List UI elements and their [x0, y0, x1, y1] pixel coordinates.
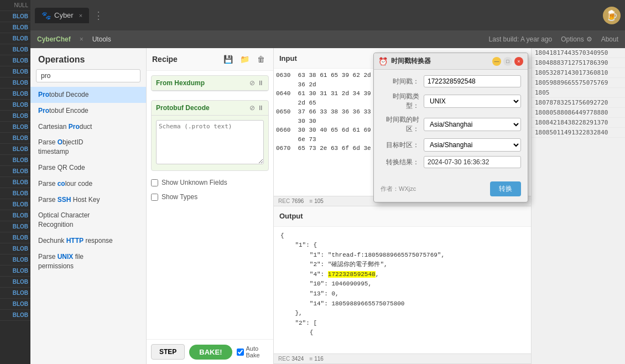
show-unknown-fields-checkbox[interactable] — [151, 179, 158, 186]
options-button[interactable]: Options ⚙ — [561, 35, 592, 43]
gear-icon: ⚙ — [586, 35, 592, 43]
highlight-span: Pro — [38, 107, 49, 115]
tc-source-tz-row: 时间戳的时区： Asia/Shanghai UTC — [381, 115, 521, 134]
right-num-7: 18080588086449778880 — [532, 108, 625, 118]
recipe-item-protobuf-header: Protobuf Decode ⊘ ⏸ — [152, 101, 268, 116]
auto-bake-text: Auto Bake — [246, 345, 269, 358]
tc-minimize-button[interactable]: — — [492, 57, 501, 66]
ops-item-parse-unix[interactable]: Parse UNIX filepermissions — [30, 249, 146, 274]
left-strip-blob-3: BLOB — [0, 33, 30, 44]
pause-icon[interactable]: ⏸ — [257, 79, 264, 87]
right-num-1: 18041817443570340950 — [532, 48, 625, 58]
pause-icon-2[interactable]: ⏸ — [257, 104, 264, 112]
tc-source-tz-select[interactable]: Asia/Shanghai UTC — [424, 118, 521, 131]
left-strip-blob-23: BLOB — [0, 254, 30, 266]
show-types-checkbox[interactable] — [151, 194, 158, 201]
left-strip-blob-13: BLOB — [0, 144, 30, 155]
left-strip-blob-5: BLOB — [0, 55, 30, 66]
utools-label: Utools — [92, 35, 111, 43]
input-rec-value: 7696 — [291, 198, 304, 204]
tab-icon: 🐾 — [41, 11, 51, 20]
auto-bake-label[interactable]: Auto Bake — [237, 345, 269, 358]
highlight-span: Pro — [69, 123, 80, 131]
left-strip-blob-16: BLOB — [0, 177, 30, 188]
left-strip-blob-19: BLOB — [0, 210, 30, 221]
output-rec-stat: REC 3424 — [278, 356, 304, 362]
time-converter-window: ⏰ 时间戳转换器 — □ × 时间戳： 时间戳类型： UNIX UNIX ms … — [373, 53, 528, 202]
left-strip-blob-25: BLOB — [0, 277, 30, 288]
tc-body: 时间戳： 时间戳类型： UNIX UNIX ms 时间戳的时区： Asia/Sh… — [374, 70, 528, 178]
show-types-label[interactable]: Show Types — [147, 190, 273, 204]
search-input[interactable] — [36, 69, 140, 82]
disable-icon[interactable]: ⊘ — [249, 79, 255, 87]
tc-source-tz-label: 时间戳的时区： — [381, 115, 419, 134]
build-info: Last build: A year ago — [489, 35, 553, 43]
left-strip: NULL BLOB BLOB BLOB BLOB BLOB BLOB BLOB … — [0, 0, 30, 364]
recipe-header: Recipe 💾 📁 🗑 — [147, 48, 273, 71]
show-unknown-fields-text: Show Unknown Fields — [162, 179, 227, 186]
user-avatar[interactable]: 🍺 — [603, 7, 621, 24]
recipe-item-header: From Hexdump ⊘ ⏸ — [152, 76, 268, 91]
folder-button[interactable]: 📁 — [238, 53, 251, 66]
recipe-item-from-hexdump: From Hexdump ⊘ ⏸ — [151, 75, 269, 91]
trash-button[interactable]: 🗑 — [254, 53, 268, 66]
ops-item-parse-colour[interactable]: Parse colour code — [30, 176, 146, 192]
tc-result-label: 转换结果： — [381, 158, 419, 167]
cyber-tab[interactable]: 🐾 Cyber × — [35, 8, 89, 23]
operations-title: Operations — [30, 48, 146, 69]
tc-convert-button[interactable]: 转换 — [490, 181, 521, 196]
left-strip-blob-8: BLOB — [0, 89, 30, 100]
bake-button[interactable]: BAKE! — [189, 345, 232, 360]
recipe-item-title: From Hexdump — [156, 79, 249, 87]
tc-target-tz-select[interactable]: Asia/Shanghai UTC — [424, 138, 521, 152]
ops-item-ocr[interactable]: Optical CharacterRecognition — [30, 207, 146, 233]
left-strip-blob-9: BLOB — [0, 100, 30, 111]
left-strip-blob-1: BLOB — [0, 11, 30, 22]
tc-titlebar: ⏰ 时间戳转换器 — □ × — [374, 53, 528, 70]
right-num-3: 18053287143017360810 — [532, 68, 625, 78]
highlighted-value: 1722328592548 — [328, 271, 376, 278]
schema-input[interactable] — [156, 120, 264, 164]
left-strip-blob-11: BLOB — [0, 122, 30, 133]
tc-close-button[interactable]: × — [514, 57, 523, 66]
output-lines-stat: ≡ 116 — [309, 356, 324, 362]
ops-item-protobuf-encode[interactable]: Protobuf Encode — [30, 103, 146, 119]
left-strip-blob-28: BLOB — [0, 310, 30, 321]
recipe-title: Recipe — [152, 55, 221, 64]
tc-timestamp-label: 时间戳： — [381, 77, 419, 86]
right-num-4: 18059889665575075769 — [532, 78, 625, 88]
save-recipe-button[interactable]: 💾 — [221, 53, 235, 66]
tc-timestamp-input[interactable] — [424, 75, 521, 87]
ops-item-cartesian-product[interactable]: Cartesian Product — [30, 119, 146, 135]
ops-item-parse-ssh[interactable]: Parse SSH Host Key — [30, 192, 146, 208]
ops-item-parse-objectid[interactable]: Parse ObjectIDtimestamp — [30, 134, 146, 160]
recipe-item-body — [152, 116, 268, 170]
ops-item-dechunk[interactable]: Dechunk HTTP response — [30, 233, 146, 249]
step-button[interactable]: STEP — [151, 344, 185, 360]
tc-type-label: 时间戳类型： — [381, 92, 419, 111]
tc-result-value: 2024-07-30 16:36:32 — [424, 156, 521, 168]
highlight-span: O — [58, 138, 62, 146]
input-lines-value: 105 — [314, 198, 324, 204]
ops-item-protobuf-decode[interactable]: Protobuf Decode — [30, 87, 146, 103]
tc-footer: 作者：WXjzc 转换 — [374, 178, 528, 202]
input-rec-stat: REC 7696 — [278, 198, 304, 204]
tc-maximize-button[interactable]: □ — [503, 57, 512, 66]
tc-type-select[interactable]: UNIX UNIX ms — [424, 95, 521, 108]
show-unknown-fields-label[interactable]: Show Unknown Fields — [147, 175, 273, 190]
tc-target-tz-label: 目标时区： — [381, 141, 419, 150]
header-separator: × — [80, 35, 84, 43]
about-link[interactable]: About — [601, 35, 618, 43]
right-num-8: 18084218438228291370 — [532, 118, 625, 128]
cyberchef-header: CyberChef × Utools Last build: A year ag… — [30, 30, 625, 48]
tab-label: Cyber — [54, 11, 74, 19]
tab-close-button[interactable]: × — [79, 12, 82, 19]
auto-bake-checkbox[interactable] — [237, 349, 244, 356]
left-strip-blob-27: BLOB — [0, 299, 30, 310]
left-strip-blob-21: BLOB — [0, 232, 30, 243]
left-strip-null: NULL — [0, 0, 30, 11]
disable-icon-2[interactable]: ⊘ — [249, 104, 255, 112]
left-strip-blob-12: BLOB — [0, 133, 30, 144]
ops-item-parse-qr[interactable]: Parse QR Code — [30, 160, 146, 176]
tab-menu-button[interactable]: ⋮ — [93, 9, 103, 22]
